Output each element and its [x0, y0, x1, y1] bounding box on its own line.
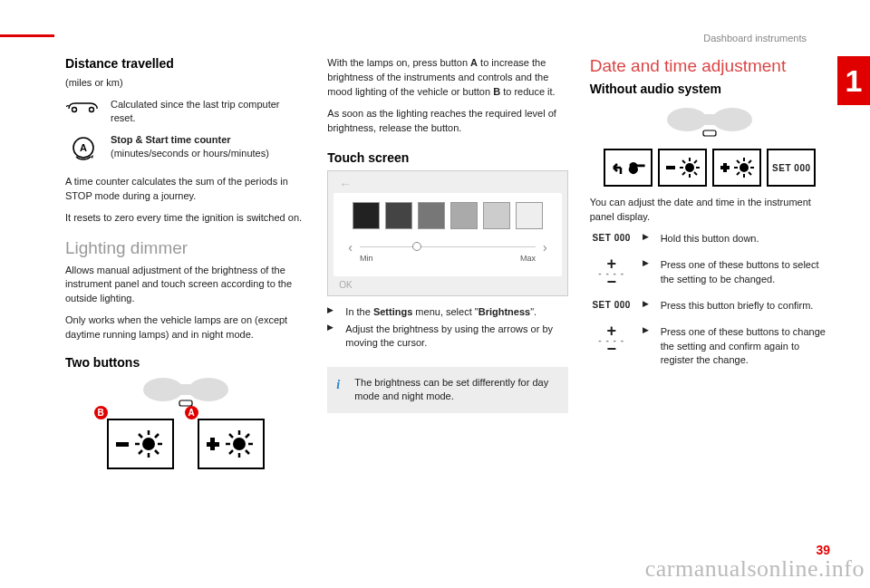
step-2: Press one of these buttons to select the…: [661, 258, 830, 286]
button-a-wrap: A: [198, 419, 265, 469]
brightness-swatch-row: [343, 202, 552, 229]
svg-rect-33: [666, 166, 675, 169]
swatch-5: [483, 202, 510, 229]
svg-line-39: [682, 160, 685, 163]
slider-min-label: Min: [360, 254, 373, 263]
svg-line-15: [155, 450, 159, 454]
svg-point-45: [740, 163, 749, 172]
set-000-label-2: SET 000: [592, 233, 630, 243]
svg-line-52: [737, 172, 740, 175]
increase-brightness-button-small[interactable]: [712, 149, 761, 187]
svg-line-40: [694, 172, 697, 175]
swatch-6: [516, 202, 543, 229]
svg-line-53: [749, 160, 751, 163]
bullet-symbol-2: ▶: [327, 323, 345, 351]
two-buttons-heading: Two buttons: [65, 355, 305, 370]
info-text: The brightness can be set differently fo…: [354, 377, 548, 401]
decrease-brightness-button[interactable]: [107, 419, 174, 469]
step-symbol-4: ▶: [643, 325, 661, 367]
column-3: Date and time adjustment Without audio s…: [590, 56, 830, 469]
svg-line-41: [682, 172, 685, 175]
bullet-1: In the Settings menu, select "Brightness…: [345, 305, 567, 319]
lighting-p2: Only works when the vehicle lamps are on…: [65, 313, 305, 342]
touchscreen-figure: ← ‹ Min Max: [327, 170, 567, 296]
set-000-label-3: SET 000: [592, 300, 630, 310]
step-3: Press this button briefly to confirm.: [661, 299, 830, 313]
set-000-button[interactable]: SET 000: [767, 149, 816, 187]
svg-line-51: [749, 172, 751, 175]
bullet-2: Adjust the brightness by using the arrow…: [345, 323, 567, 351]
b1a: In the: [345, 306, 373, 317]
back-wrench-button[interactable]: [604, 149, 652, 187]
svg-line-50: [737, 160, 740, 163]
distance-units: (miles or km): [65, 76, 305, 91]
section-header: Dashboard instruments: [703, 33, 807, 43]
step-symbol-3: ▶: [643, 299, 661, 313]
badge-a: A: [185, 406, 198, 419]
svg-line-42: [694, 160, 697, 163]
svg-point-9: [142, 438, 155, 450]
decrease-brightness-button-small[interactable]: [658, 149, 707, 187]
distance-desc: Calculated since the last trip computer …: [111, 98, 305, 126]
chapter-number-tab: 1: [837, 56, 870, 105]
slider-left-arrow-icon: ‹: [348, 240, 353, 255]
lamps-intro-p1: With the lamps on, press button A to inc…: [327, 56, 567, 100]
watermark: carmanualsonline.info: [645, 555, 865, 583]
time-counter-p2: It resets to zero every time the ignitio…: [65, 211, 305, 226]
swatch-4: [450, 202, 478, 229]
car-odometer-icon: [65, 98, 102, 114]
intro-p1-bold-a: A: [470, 57, 478, 68]
stopstart-text: Stop & Start time counter (minutes/secon…: [111, 133, 305, 161]
date-time-heading: Date and time adjustment: [590, 56, 830, 76]
time-counter-p1: A time counter calculates the sum of the…: [65, 175, 305, 204]
slider-track: [360, 246, 536, 247]
lighting-heading: Lighting dimmer: [65, 238, 305, 258]
plus-minus-icon-2: +- - - -−: [590, 325, 633, 354]
intro-p1-a: With the lamps on, press button: [327, 57, 470, 68]
slider-thumb: [412, 242, 421, 251]
svg-rect-31: [701, 114, 719, 125]
swatch-1: [353, 202, 380, 229]
intro-p1-bold-b: B: [493, 86, 500, 97]
svg-point-1: [90, 107, 94, 111]
svg-point-20: [233, 438, 246, 450]
svg-point-34: [685, 163, 694, 172]
ok-label: OK: [334, 276, 561, 292]
svg-line-14: [139, 434, 142, 438]
slider-max-label: Max: [520, 254, 536, 263]
svg-rect-44: [723, 163, 727, 172]
svg-line-25: [229, 434, 233, 438]
svg-rect-8: [116, 442, 129, 447]
svg-text:A: A: [80, 142, 87, 153]
step-symbol-2: ▶: [643, 258, 661, 286]
info-icon: i: [336, 376, 340, 394]
svg-point-0: [72, 107, 77, 111]
svg-rect-32: [703, 130, 716, 136]
increase-brightness-button[interactable]: [198, 419, 265, 469]
swatch-3: [418, 202, 445, 229]
step-symbol-1: ▶: [643, 232, 661, 246]
dashboard-figure-1: [65, 375, 305, 410]
svg-line-26: [246, 450, 249, 454]
b1b: menu, select ": [412, 306, 478, 317]
intro-p1-c: to reduce it.: [500, 86, 556, 97]
lamps-intro-p2: As soon as the lighting reaches the requ…: [327, 107, 567, 136]
b1bold2: Brightness: [478, 306, 530, 317]
slider-right-arrow-icon: ›: [543, 240, 547, 255]
svg-line-17: [155, 434, 159, 438]
date-intro: You can adjust the date and time in the …: [590, 196, 830, 225]
set-000-icon-2: SET 000: [590, 299, 633, 310]
stop-start-icon: A: [65, 133, 102, 162]
dashboard-figure-2: [590, 105, 830, 140]
distance-heading: Distance travelled: [65, 56, 305, 71]
back-arrow-icon: ←: [334, 177, 561, 193]
svg-line-27: [229, 450, 233, 454]
badge-b: B: [94, 406, 108, 419]
without-audio-heading: Without audio system: [590, 82, 830, 96]
column-1: Distance travelled (miles or km) Calcula…: [65, 56, 305, 469]
plus-minus-icon-1: +- - - -−: [590, 258, 633, 287]
svg-line-28: [246, 434, 249, 438]
stopstart-units: (minutes/seconds or hours/minutes): [111, 148, 269, 159]
svg-rect-19: [210, 438, 215, 450]
touch-screen-heading: Touch screen: [327, 150, 567, 165]
